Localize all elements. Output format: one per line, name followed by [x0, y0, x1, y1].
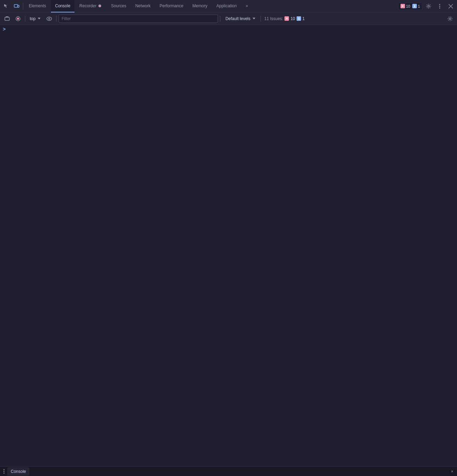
toolbar-separator-4 [261, 16, 261, 22]
svg-point-6 [439, 6, 440, 7]
filter-input[interactable] [59, 15, 218, 23]
more-vert-icon [437, 3, 442, 9]
stop-recording-button[interactable] [13, 14, 23, 24]
svg-point-4 [428, 5, 430, 7]
eye-icon [46, 16, 52, 21]
console-toolbar: top Default levels 11 Issues: ✕ 10 ℹ 1 [0, 12, 457, 25]
prompt-arrow-icon: > [3, 26, 6, 32]
settings-gear-icon [447, 16, 453, 21]
clear-console-button[interactable] [2, 14, 12, 24]
issues-count-area[interactable]: 11 Issues: ✕ 10 ℹ 1 [264, 16, 305, 21]
bottom-bar: Console × [0, 466, 457, 476]
tab-bar: Elements Console Recorder Sources Networ… [0, 0, 457, 12]
svg-point-17 [47, 17, 52, 20]
settings-button[interactable] [424, 1, 433, 11]
svg-point-5 [439, 4, 440, 5]
clear-icon [5, 16, 10, 21]
context-selector[interactable]: top [27, 15, 43, 22]
tab-bar-left: Elements Console Recorder Sources Networ… [1, 0, 252, 12]
close-icon [448, 4, 453, 9]
bottom-close-button[interactable]: × [449, 469, 455, 474]
tab-bar-right: ✕ 10 ℹ 1 [398, 1, 456, 11]
bottom-menu-button[interactable] [2, 468, 6, 475]
levels-chevron-icon [253, 18, 255, 19]
tab-recorder[interactable]: Recorder [75, 0, 106, 12]
divider-1 [23, 3, 23, 10]
tab-console[interactable]: Console [51, 0, 74, 12]
device-toggle-button[interactable] [12, 1, 21, 11]
tab-sources[interactable]: Sources [107, 0, 130, 12]
svg-rect-0 [14, 5, 18, 7]
tab-more[interactable]: » [241, 0, 252, 12]
svg-point-19 [449, 18, 451, 19]
console-prompt-line: > [0, 25, 457, 33]
issues-badge[interactable]: ✕ 10 ℹ 1 [398, 2, 422, 10]
toolbar-warning-icon: ℹ [297, 16, 301, 21]
svg-point-16 [17, 18, 19, 20]
svg-point-7 [439, 7, 440, 8]
tab-elements[interactable]: Elements [25, 0, 50, 12]
svg-rect-10 [5, 17, 9, 20]
tab-network[interactable]: Network [131, 0, 155, 12]
bottom-console-tab[interactable]: Console [7, 467, 29, 476]
inspect-element-button[interactable] [1, 1, 11, 11]
svg-point-3 [99, 5, 100, 7]
close-devtools-button[interactable] [446, 1, 456, 11]
log-levels-button[interactable]: Default levels [222, 15, 258, 22]
toolbar-separator-1 [25, 16, 25, 22]
toolbar-error-icon: ✕ [284, 16, 289, 21]
record-icon [16, 16, 20, 21]
tab-memory[interactable]: Memory [188, 0, 211, 12]
chevron-down-icon [38, 18, 41, 19]
recorder-icon [98, 4, 102, 8]
console-area[interactable]: > [0, 25, 457, 466]
toolbar-separator-3 [220, 16, 220, 22]
more-options-button[interactable] [435, 1, 445, 11]
gear-icon [426, 3, 431, 9]
tab-application[interactable]: Application [212, 0, 241, 12]
warning-icon: ℹ [412, 4, 417, 8]
toolbar-separator-2 [56, 16, 56, 22]
svg-point-18 [49, 18, 50, 19]
error-icon: ✕ [401, 4, 405, 8]
console-settings-button[interactable] [445, 14, 455, 24]
tab-performance[interactable]: Performance [155, 0, 187, 12]
eye-button[interactable] [44, 14, 54, 24]
svg-rect-1 [18, 5, 19, 7]
